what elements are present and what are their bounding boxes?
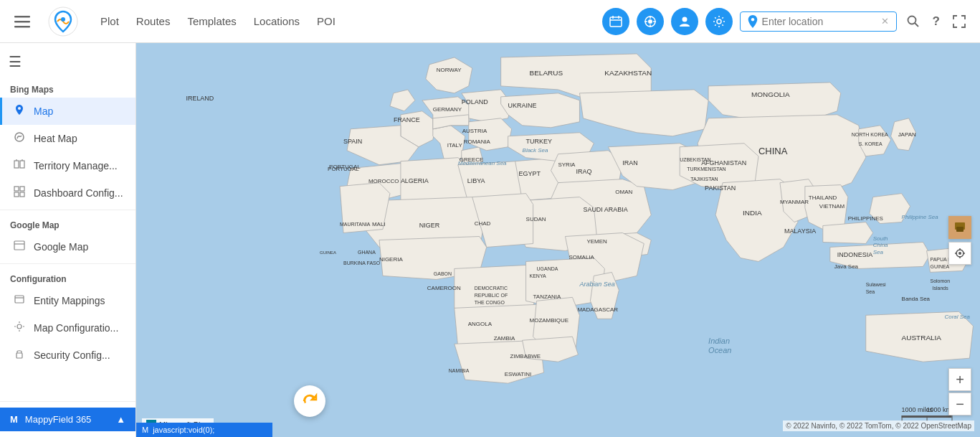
svg-rect-30 <box>15 296 24 303</box>
svg-text:GHANA: GHANA <box>358 250 376 255</box>
nav-links: Plot Routes Templates Locations POI <box>100 12 588 30</box>
status-bar: M javascript:void(0); <box>136 423 272 437</box>
clear-search-button[interactable]: ✕ <box>881 16 889 27</box>
svg-point-32 <box>17 324 22 329</box>
sidebar-item-dashboard[interactable]: Dashboard Config... <box>0 179 135 207</box>
svg-text:Black Sea: Black Sea <box>523 147 548 154</box>
svg-text:JAPAN: JAPAN <box>898 131 916 138</box>
layers-button[interactable] <box>948 216 971 239</box>
my-location-button[interactable] <box>948 242 971 265</box>
svg-text:AUSTRALIA: AUSTRALIA <box>902 334 942 342</box>
status-text: javascript:void(0); <box>153 426 214 434</box>
svg-text:MOZAMBIQUE: MOZAMBIQUE <box>530 317 569 324</box>
hamburger-icon: ☰ <box>9 53 22 70</box>
svg-text:Philippine Sea: Philippine Sea <box>902 214 939 220</box>
svg-text:MONGOLIA: MONGOLIA <box>751 90 790 98</box>
google-map-icon <box>12 240 27 254</box>
zoom-controls: + − <box>948 368 971 415</box>
location-search[interactable]: ✕ <box>740 11 897 32</box>
svg-text:ZIMBABWE: ZIMBABWE <box>510 353 541 360</box>
svg-text:EGYPT: EGYPT <box>519 170 541 177</box>
svg-text:PHILIPPINES: PHILIPPINES <box>848 215 883 222</box>
location-input[interactable] <box>762 16 877 27</box>
svg-text:TURKEY: TURKEY <box>526 138 552 145</box>
svg-point-19 <box>15 133 24 141</box>
svg-text:BELARUS: BELARUS <box>530 69 563 77</box>
dashboard-icon <box>12 186 27 200</box>
sidebar-item-google-map[interactable]: Google Map <box>0 233 135 260</box>
svg-text:GABON: GABON <box>434 271 452 276</box>
svg-point-17 <box>908 16 915 24</box>
svg-text:TANZANIA: TANZANIA <box>533 293 561 300</box>
map-background: FRANCE SPAIN PORTUGAL GERMANY ITALY NORW… <box>136 43 980 437</box>
sidebar-item-heat-map[interactable]: Heat Map <box>0 125 135 152</box>
security-icon <box>12 348 27 362</box>
sidebar-item-map[interactable]: Map <box>0 98 135 125</box>
svg-text:NAMIBIA: NAMIBIA <box>449 368 470 373</box>
nav-templates[interactable]: Templates <box>187 12 236 30</box>
svg-text:SAUDI ARABIA: SAUDI ARABIA <box>583 206 627 213</box>
nav-actions: Calendar ✕ ? <box>602 8 969 35</box>
sidebar-item-security[interactable]: Security Config... <box>0 342 135 369</box>
nav-plot[interactable]: Plot <box>100 12 119 30</box>
svg-text:MAURITANIA: MAURITANIA <box>340 222 371 227</box>
svg-text:IRAN: IRAN <box>622 159 637 166</box>
svg-text:PAKISTAN: PAKISTAN <box>705 184 736 192</box>
sidebar-dashboard-label: Dashboard Config... <box>34 187 123 199</box>
svg-text:South: South <box>873 235 888 242</box>
sidebar-item-territory[interactable]: Territory Manage... <box>0 152 135 179</box>
svg-text:IRAQ: IRAQ <box>576 168 591 175</box>
nav-routes[interactable]: Routes <box>136 12 171 30</box>
svg-text:CHINA: CHINA <box>758 146 788 156</box>
map-icon <box>12 104 27 118</box>
search-button[interactable] <box>904 12 923 31</box>
sidebar-entity-label: Entity Mappings <box>34 295 105 306</box>
map-container[interactable]: FRANCE SPAIN PORTUGAL GERMANY ITALY NORW… <box>136 43 980 437</box>
person-button[interactable] <box>671 8 698 35</box>
svg-text:KAZAKHSTAN: KAZAKHSTAN <box>604 69 652 77</box>
svg-text:Solomon: Solomon <box>931 278 951 283</box>
svg-text:AFGHANISTAN: AFGHANISTAN <box>701 159 746 166</box>
svg-text:Sea: Sea <box>873 249 884 255</box>
svg-text:NIGER: NIGER <box>419 222 440 229</box>
svg-rect-25 <box>20 187 24 191</box>
location-button[interactable] <box>637 8 664 35</box>
svg-point-10 <box>648 19 652 24</box>
svg-point-4 <box>61 17 65 22</box>
svg-rect-26 <box>14 192 19 197</box>
svg-text:Coral Sea: Coral Sea <box>945 314 971 320</box>
svg-text:GERMANY: GERMANY <box>433 106 462 113</box>
expand-button[interactable] <box>950 12 969 31</box>
nav-locations[interactable]: Locations <box>254 12 300 30</box>
svg-text:FRANCE: FRANCE <box>394 116 420 123</box>
svg-rect-2 <box>14 26 30 28</box>
sidebar-security-label: Security Config... <box>34 349 110 361</box>
svg-text:UKRAINE: UKRAINE <box>508 102 537 109</box>
settings-button[interactable] <box>705 8 733 35</box>
svg-text:AUSTRIA: AUSTRIA <box>462 128 487 134</box>
sidebar-item-map-config[interactable]: Map Configuratio... <box>0 314 135 342</box>
sidebar-bottom-item[interactable]: M MappyField 365 ▲ <box>0 408 135 431</box>
sidebar-map-config-label: Map Configuratio... <box>34 322 118 334</box>
sidebar-item-entity-mappings[interactable]: Entity Mappings <box>0 287 135 314</box>
svg-text:TAJIKISTAN: TAJIKISTAN <box>690 177 718 182</box>
logo <box>47 6 79 37</box>
hamburger-button[interactable] <box>11 11 33 32</box>
sidebar-hamburger[interactable]: ☰ <box>0 43 135 77</box>
calendar-button[interactable] <box>602 8 629 35</box>
nav-poi[interactable]: POI <box>317 12 336 30</box>
svg-text:Arabian Sea: Arabian Sea <box>579 281 614 288</box>
help-button[interactable]: ? <box>930 11 943 32</box>
refresh-button[interactable] <box>294 385 325 417</box>
zoom-out-button[interactable]: − <box>948 393 971 415</box>
main-content: ☰ Bing Maps Map Heat Map Territory Manag… <box>0 43 980 437</box>
svg-text:SOMALIA: SOMALIA <box>569 254 594 260</box>
svg-text:CHAD: CHAD <box>475 220 491 227</box>
zoom-in-button[interactable]: + <box>948 368 971 391</box>
map-attribution: © 2022 Navinfo, © 2022 TomTom, © 2022 Op… <box>783 420 974 431</box>
svg-text:YEMEN: YEMEN <box>586 238 607 245</box>
svg-text:Islands: Islands <box>933 286 949 291</box>
bing-maps-section-label: Bing Maps <box>0 77 135 98</box>
svg-rect-28 <box>14 241 24 250</box>
svg-text:ESWATINI: ESWATINI <box>505 371 532 377</box>
